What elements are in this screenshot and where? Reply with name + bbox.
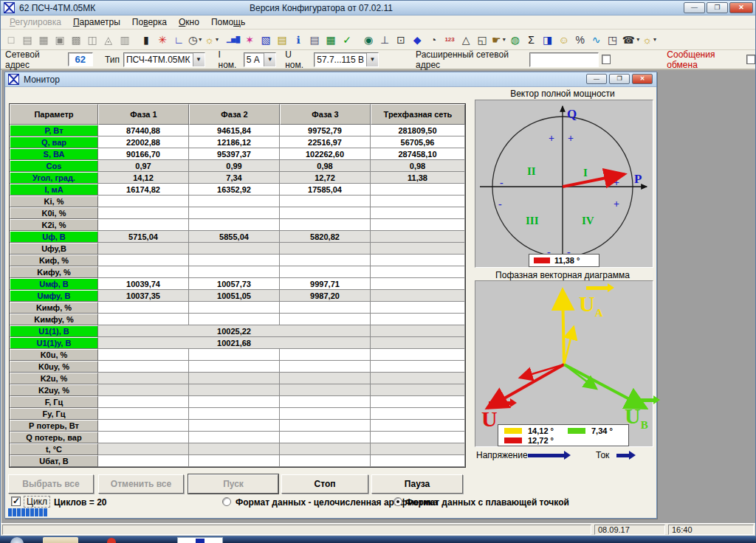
fireworks-icon[interactable]: ✶	[241, 32, 258, 48]
monitor-close-button[interactable]: ✕	[632, 74, 653, 84]
param-label[interactable]: Ki, %	[10, 196, 98, 207]
chevron-down-icon[interactable]: ▾	[199, 36, 202, 43]
monitor-minimize-button[interactable]: —	[586, 74, 607, 84]
param-label[interactable]: Cos	[10, 160, 98, 172]
phone-icon[interactable]: ☎▾	[621, 32, 641, 48]
param-label[interactable]: K0u, %	[10, 349, 98, 361]
button-Выбрать все[interactable]: Выбрать все	[8, 474, 94, 494]
button-Стоп[interactable]: Стоп	[281, 474, 368, 494]
button-Пауза[interactable]: Пауза	[371, 474, 463, 494]
smiley-icon[interactable]: ☺	[556, 32, 572, 48]
param-label[interactable]: Fу, Гц	[10, 408, 98, 420]
journal-icon[interactable]: ▤	[306, 32, 323, 48]
param-label[interactable]: Kифу, %	[10, 266, 98, 278]
notepad-icon[interactable]: ▤	[274, 32, 290, 48]
format-radio-0[interactable]	[222, 497, 231, 506]
param-label[interactable]: Kимф, %	[10, 302, 98, 314]
chevron-down-icon[interactable]: ▾	[636, 36, 639, 43]
menu-item-Регулировка[interactable]: Регулировка	[4, 15, 67, 29]
chevron-down-icon[interactable]: ▼	[264, 53, 275, 66]
param-label[interactable]: K2i, %	[10, 219, 98, 231]
battery-icon[interactable]: ◨	[540, 32, 556, 48]
param-label[interactable]: Угол, град.	[10, 172, 98, 184]
check-icon[interactable]: ✓	[339, 32, 355, 48]
extended-address-input[interactable]	[529, 52, 599, 67]
connection-icon[interactable]: ∟	[171, 32, 187, 48]
print-icon[interactable]: ▩	[68, 32, 84, 48]
taskbar-item[interactable]	[43, 537, 78, 543]
monitor-icon[interactable]: ⊡	[393, 32, 409, 48]
param-label[interactable]: Uбат, В	[10, 455, 98, 467]
param-label[interactable]: Kимфу, %	[10, 314, 98, 325]
chevron-down-icon[interactable]: ▼	[193, 53, 205, 66]
param-label[interactable]: Uфу,В	[10, 243, 98, 255]
param-label[interactable]: F, Гц	[10, 396, 98, 408]
cycle-checkbox[interactable]	[11, 497, 21, 506]
chevron-down-icon[interactable]: ▼	[366, 53, 378, 66]
extended-address-checkbox[interactable]	[602, 55, 611, 64]
param-label[interactable]: Q потерь, вар	[10, 432, 98, 443]
window-shift-icon[interactable]: ◳	[605, 32, 621, 48]
clock-gauge-icon[interactable]: ◷▾	[187, 32, 203, 48]
read-device-icon[interactable]: ◫	[84, 32, 100, 48]
minimize-button[interactable]: —	[684, 2, 705, 13]
param-label[interactable]: Q, вар	[10, 136, 98, 148]
param-label[interactable]: K0uу, %	[10, 361, 98, 373]
param-label[interactable]: K0i, %	[10, 207, 98, 219]
menu-item-Окно[interactable]: Окно	[173, 15, 205, 29]
ratio-icon[interactable]: %	[572, 32, 588, 48]
maximize-button[interactable]: ❐	[707, 2, 728, 13]
format-radio-1[interactable]	[394, 497, 402, 506]
stopwatch-icon[interactable]: ◔	[425, 32, 441, 48]
open-folder-icon[interactable]: ▤	[19, 32, 35, 48]
info-icon[interactable]: ℹ	[290, 32, 306, 48]
param-label[interactable]: I, мА	[10, 184, 98, 196]
lamp2-icon[interactable]: ☼▾	[641, 32, 658, 48]
drop-icon[interactable]: ∿	[588, 32, 605, 48]
numbers-icon[interactable]: 123	[441, 32, 458, 48]
button-Пуск[interactable]: Пуск	[188, 474, 278, 494]
mosaic-icon[interactable]: ◆	[409, 32, 425, 48]
param-label[interactable]: Uф, В	[10, 231, 98, 243]
param-label[interactable]: Р потерь, Вт	[10, 420, 98, 432]
format-radio-label[interactable]: Формат данных с плавающей точкой	[405, 497, 569, 508]
param-label[interactable]: K2u, %	[10, 373, 98, 384]
burst-icon[interactable]: ✳	[154, 32, 171, 48]
i-nom-combobox[interactable]: 5 А ▼	[244, 52, 276, 67]
cycle-label[interactable]: Цикл	[24, 496, 50, 508]
matrix-icon[interactable]: ▦	[323, 32, 339, 48]
lamp-icon[interactable]: ☼▾	[203, 32, 220, 48]
button-Отменить все[interactable]: Отменить все	[98, 474, 184, 494]
monitor-maximize-button[interactable]: ❐	[609, 74, 630, 84]
exchange-messages-checkbox[interactable]	[746, 55, 755, 64]
picture-icon[interactable]: ▧	[258, 32, 274, 48]
menu-item-Помощь[interactable]: Помощь	[205, 15, 251, 29]
u-nom-combobox[interactable]: 57.7...115 В ▼	[314, 52, 379, 67]
chevron-down-icon[interactable]: ▾	[653, 36, 656, 43]
close-button[interactable]: ✕	[729, 2, 753, 13]
param-label[interactable]: U1(1), В	[10, 325, 98, 337]
save-all-icon[interactable]: ▣	[52, 32, 68, 48]
taskbar-icon[interactable]	[107, 538, 116, 543]
sigma-icon[interactable]: Σ	[523, 32, 540, 48]
param-label[interactable]: U1(1)у, В	[10, 337, 98, 349]
eye-icon[interactable]: ◉	[360, 32, 377, 48]
chevron-down-icon[interactable]: ▾	[216, 36, 219, 43]
taskbar-active-item[interactable]	[177, 537, 223, 543]
param-label[interactable]: t, °С	[10, 443, 98, 455]
delta-icon[interactable]: △	[458, 32, 474, 48]
zoom-window-icon[interactable]: ◱	[474, 32, 490, 48]
scales-icon[interactable]: ⊥	[377, 32, 393, 48]
type-combobox[interactable]: ПСЧ-4ТМ.05МК ▼	[123, 52, 205, 67]
param-label[interactable]: Uмфу, В	[10, 290, 98, 302]
hand-pointer-icon[interactable]: ☛▾	[490, 32, 507, 48]
new-file-icon[interactable]: □	[3, 32, 19, 48]
meter-device-icon[interactable]: ▮	[138, 32, 154, 48]
globe-icon[interactable]: ◍	[507, 32, 523, 48]
param-label[interactable]: Р, Вт	[10, 125, 98, 136]
save-icon[interactable]: ▦	[35, 32, 52, 48]
param-label[interactable]: Kиф, %	[10, 255, 98, 266]
chevron-down-icon[interactable]: ▾	[503, 36, 506, 43]
param-label[interactable]: S, ВА	[10, 148, 98, 160]
bar-chart-icon[interactable]: ▁▅█	[225, 32, 241, 48]
